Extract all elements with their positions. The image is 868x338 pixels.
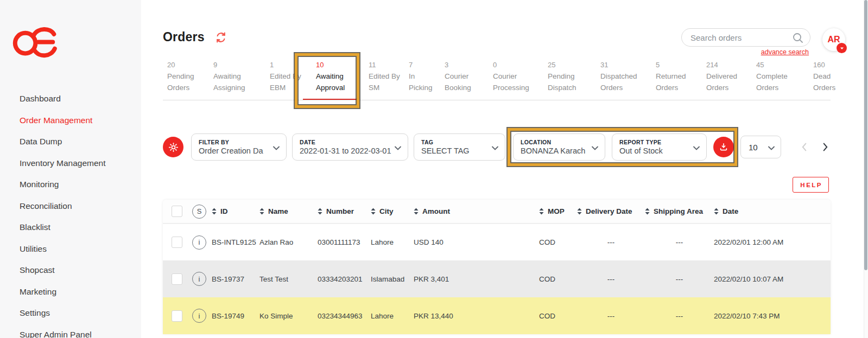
- cell-number: 03001111173: [318, 238, 371, 246]
- filter-by-label: FILTER BY: [199, 139, 270, 145]
- tab-edited-by-ebm[interactable]: 1 Edited By EBM: [270, 61, 305, 93]
- help-button[interactable]: HELP: [793, 177, 829, 193]
- page-size-select[interactable]: 10: [740, 136, 781, 158]
- sidebar-item-settings[interactable]: Settings: [0, 302, 141, 324]
- tag-value: SELECT TAG: [421, 146, 489, 155]
- tab-delivered-orders[interactable]: 214 Delivered Orders: [706, 61, 742, 93]
- brand-logo: [0, 0, 141, 65]
- sidebar-item-monitoring[interactable]: Monitoring: [0, 174, 141, 195]
- tab-in-picking[interactable]: 7 In Picking: [409, 61, 436, 93]
- column-header-mop[interactable]: MOP: [539, 207, 577, 215]
- sidebar-item-data-dump[interactable]: Data Dump: [0, 131, 141, 152]
- row-checkbox[interactable]: [172, 273, 182, 285]
- chevron-right-icon[interactable]: [819, 141, 831, 153]
- cell-number: 03334203201: [318, 275, 371, 283]
- column-label: ID: [220, 207, 228, 215]
- sort-icon: [539, 208, 544, 215]
- sidebar-item-order-management[interactable]: Order Management: [0, 110, 141, 131]
- annotated-filter-group: LOCATION BONANZA Karach REPORT TYPE Out …: [513, 133, 734, 161]
- tab-label: Pending Orders: [167, 71, 199, 93]
- avatar[interactable]: AR: [822, 28, 845, 51]
- scrollbar-track[interactable]: [864, 0, 868, 338]
- select-all-checkbox[interactable]: [172, 206, 182, 217]
- cell-shipping-area: ---: [645, 238, 714, 246]
- tab-edited-by-sm[interactable]: 11 Edited By SM: [369, 61, 403, 93]
- tag-dropdown[interactable]: TAG SELECT TAG: [414, 133, 505, 161]
- caret-down-icon[interactable]: [837, 43, 847, 53]
- tab-label: Dead Orders: [813, 71, 840, 93]
- chevron-left-icon[interactable]: [799, 141, 810, 153]
- tab-courier-processing[interactable]: 0 Courier Processing: [493, 61, 533, 93]
- tab-label: Dispatched Orders: [600, 71, 643, 93]
- row-checkbox[interactable]: [172, 237, 182, 248]
- info-i-icon[interactable]: i: [192, 235, 206, 250]
- column-header-delivery-date[interactable]: Delivery Date: [577, 207, 645, 215]
- sidebar-item-inventory-management[interactable]: Inventory Management: [0, 152, 141, 174]
- cell-number: 03234344963: [318, 312, 371, 320]
- table-row[interactable]: i BS-INTL9125 Azlan Rao 03001111173 Laho…: [163, 224, 831, 260]
- table-header-row: S ID Name Number City Amount: [163, 200, 831, 224]
- tab-pending-dispatch[interactable]: 25 Pending Dispatch: [548, 61, 581, 93]
- advance-search-link[interactable]: advance search: [761, 48, 809, 56]
- tab-label: Awaiting Approval: [316, 71, 354, 93]
- search-input[interactable]: [690, 33, 789, 42]
- date-range-dropdown[interactable]: DATE 2022-01-31 to 2022-03-01: [292, 133, 408, 161]
- tab-label: Courier Booking: [445, 71, 476, 93]
- column-label: Delivery Date: [586, 207, 632, 215]
- report-type-value: Out of Stock: [619, 146, 690, 155]
- tab-pending-orders[interactable]: 20 Pending Orders: [167, 61, 199, 93]
- tab-label: Returned Orders: [656, 71, 690, 93]
- column-header-shipping-area[interactable]: Shipping Area: [645, 207, 714, 215]
- tab-dead-orders[interactable]: 160 Dead Orders: [813, 61, 840, 93]
- cell-mop: COD: [539, 312, 577, 320]
- tab-dispatched-orders[interactable]: 31 Dispatched Orders: [600, 61, 643, 93]
- tag-label: TAG: [421, 139, 489, 145]
- sidebar-item-blacklist[interactable]: Blacklist: [0, 216, 141, 238]
- sidebar-item-reconciliation[interactable]: Reconciliation: [0, 195, 141, 217]
- location-dropdown[interactable]: LOCATION BONANZA Karach: [513, 133, 605, 161]
- column-header-id[interactable]: ID: [212, 207, 259, 215]
- filter-by-dropdown[interactable]: FILTER BY Order Creation Da: [191, 133, 287, 161]
- active-tab-underline: [303, 99, 357, 100]
- chevron-down-icon: [766, 143, 776, 155]
- tab-count: 9: [213, 61, 250, 69]
- scrollbar-thumb[interactable]: [864, 0, 867, 270]
- column-header-number[interactable]: Number: [318, 207, 371, 215]
- sort-icon: [714, 208, 719, 215]
- app-window: Dashboard Order Management Data Dump Inv…: [0, 0, 868, 338]
- info-i-icon[interactable]: i: [192, 272, 206, 286]
- tab-count: 31: [600, 61, 643, 69]
- gear-icon: [168, 142, 179, 153]
- search-icon[interactable]: [791, 31, 804, 47]
- sidebar-item-dashboard[interactable]: Dashboard: [0, 88, 141, 110]
- tab-count: 45: [756, 61, 793, 69]
- info-i-icon[interactable]: i: [192, 309, 206, 323]
- report-type-dropdown[interactable]: REPORT TYPE Out of Stock: [612, 133, 707, 161]
- column-header-city[interactable]: City: [371, 207, 414, 215]
- filter-by-value: Order Creation Da: [199, 146, 270, 155]
- tab-count: 7: [409, 61, 436, 69]
- column-header-amount[interactable]: Amount: [414, 207, 539, 215]
- tab-awaiting-approval[interactable]: 10 Awaiting Approval: [316, 61, 354, 93]
- tab-label: In Picking: [409, 71, 436, 93]
- sidebar-item-marketing[interactable]: Marketing: [0, 281, 141, 303]
- sidebar-item-utilities[interactable]: Utilities: [0, 238, 141, 260]
- table-row[interactable]: i BS-19737 Test Test 03334203201 Islamab…: [163, 260, 831, 297]
- tab-awaiting-assigning[interactable]: 9 Awaiting Assigning: [213, 61, 250, 93]
- row-checkbox[interactable]: [172, 310, 182, 322]
- settings-gear-button[interactable]: [163, 137, 183, 157]
- column-header-date[interactable]: Date: [714, 207, 831, 215]
- table-row[interactable]: i BS-19749 Ko Simple 03234344963 Lahore …: [163, 297, 831, 334]
- tab-returned-orders[interactable]: 5 Returned Orders: [656, 61, 690, 93]
- refresh-icon[interactable]: [214, 31, 227, 46]
- sidebar-item-super-admin-panel[interactable]: Super Admin Panel: [0, 324, 141, 338]
- status-tabs: 20 Pending Orders 9 Awaiting Assigning 1…: [163, 59, 831, 100]
- tab-complete-orders[interactable]: 45 Complete Orders: [756, 61, 793, 93]
- download-report-button[interactable]: [713, 137, 734, 157]
- tab-courier-booking[interactable]: 3 Courier Booking: [445, 61, 476, 93]
- column-header-name[interactable]: Name: [259, 207, 318, 215]
- select-all-s-icon[interactable]: S: [192, 205, 206, 219]
- sidebar-item-shopcast[interactable]: Shopcast: [0, 259, 141, 281]
- report-type-label: REPORT TYPE: [619, 139, 690, 145]
- chevron-down-icon: [271, 143, 281, 155]
